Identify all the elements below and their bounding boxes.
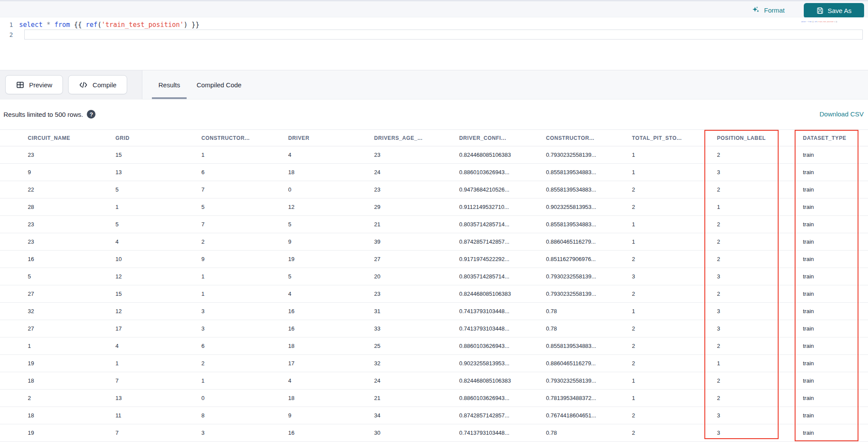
table-cell: 33 bbox=[374, 320, 459, 337]
table-cell: 7 bbox=[201, 181, 288, 198]
line-number-1: 1 bbox=[0, 21, 19, 28]
table-row: 18714240.8244680851063830.7930232558139.… bbox=[0, 372, 868, 390]
table-cell: 18 bbox=[288, 390, 374, 407]
table-cell: 27 bbox=[0, 285, 115, 303]
format-button[interactable]: Format bbox=[752, 4, 785, 16]
code-token bbox=[50, 21, 54, 29]
table-cell: train bbox=[803, 198, 868, 216]
table-cell: 0.8860103626943... bbox=[459, 337, 546, 355]
table-cell: 10 bbox=[115, 251, 201, 268]
table-cell: 2 bbox=[632, 424, 717, 442]
table-cell: train bbox=[803, 285, 868, 303]
table-cell: 19 bbox=[288, 251, 374, 268]
table-cell: 2 bbox=[632, 181, 717, 198]
compile-button-label: Compile bbox=[92, 81, 116, 89]
table-cell: 0.7813953488372... bbox=[546, 390, 632, 407]
table-cell: 23 bbox=[0, 146, 115, 164]
table-cell: 1 bbox=[632, 390, 717, 407]
table-cell: 2 bbox=[717, 372, 803, 390]
table-cell: train bbox=[803, 355, 868, 372]
table-cell: 17 bbox=[288, 355, 374, 372]
table-cell: 9 bbox=[201, 251, 288, 268]
table-row: 281512290.9112149532710...0.902325581395… bbox=[0, 198, 868, 216]
table-cell: train bbox=[803, 233, 868, 251]
table-cell: 1 bbox=[717, 355, 803, 372]
table-cell: 31 bbox=[374, 303, 459, 320]
table-cell: 23 bbox=[374, 146, 459, 164]
table-cell: 2 bbox=[717, 251, 803, 268]
table-cell: 0.7930232558139... bbox=[546, 372, 632, 390]
table-cell: train bbox=[803, 303, 868, 320]
table-cell: 4 bbox=[288, 372, 374, 390]
table-cell: 22 bbox=[0, 181, 115, 198]
table-cell: 5 bbox=[288, 268, 374, 285]
column-header: CIRCUIT_NAME bbox=[0, 130, 115, 146]
table-cell: 1 bbox=[115, 355, 201, 372]
help-icon[interactable]: ? bbox=[87, 110, 95, 119]
table-cell: 0.8511627906976... bbox=[546, 251, 632, 268]
table-cell: 7 bbox=[201, 216, 288, 233]
table-cell: 2 bbox=[717, 233, 803, 251]
table-cell: 16 bbox=[288, 424, 374, 442]
table-cell: 24 bbox=[374, 164, 459, 181]
code-token: select bbox=[19, 21, 43, 29]
code-token: {{ bbox=[812, 21, 815, 23]
table-cell: 28 bbox=[0, 198, 115, 216]
table-cell: 27 bbox=[0, 320, 115, 337]
table-cell: train bbox=[803, 424, 868, 442]
table-cell: 39 bbox=[374, 233, 459, 251]
table-cell: train bbox=[803, 268, 868, 285]
table-cell: 0.8035714285714... bbox=[459, 216, 546, 233]
table-cell: 4 bbox=[115, 337, 201, 355]
table-cell: 2 bbox=[717, 337, 803, 355]
tab-results[interactable]: Results bbox=[152, 70, 187, 99]
table-cell: 0.824468085106383 bbox=[459, 146, 546, 164]
results-tabs: Results Compiled Code bbox=[152, 70, 248, 99]
table-grid-icon bbox=[16, 81, 24, 89]
table-cell: 3 bbox=[717, 407, 803, 424]
table-cell: 2 bbox=[717, 285, 803, 303]
table-cell: 2 bbox=[632, 198, 717, 216]
sql-ide-window: Format Save As 1 select * from {{ ref('t… bbox=[0, 0, 868, 443]
table-cell: 6 bbox=[201, 164, 288, 181]
table-cell: 0.9112149532710... bbox=[459, 198, 546, 216]
table-cell: 3 bbox=[717, 424, 803, 442]
table-cell: 0.9473684210526... bbox=[459, 181, 546, 198]
tab-compiled-code-label: Compiled Code bbox=[197, 81, 241, 89]
results-panel-header: Preview Compile Results Compiled Code bbox=[0, 70, 868, 99]
table-cell: 5 bbox=[115, 216, 201, 233]
table-cell: 1 bbox=[632, 216, 717, 233]
column-header: DRIVER_CONFI... bbox=[459, 130, 546, 146]
table-row: 23429390.8742857142857...0.8860465116279… bbox=[0, 233, 868, 251]
table-cell: 0.7413793103448... bbox=[459, 303, 546, 320]
table-cell: 7 bbox=[115, 424, 201, 442]
table-cell: 0.8860465116279... bbox=[546, 233, 632, 251]
table-cell: 13 bbox=[115, 390, 201, 407]
preview-button[interactable]: Preview bbox=[5, 75, 63, 94]
table-cell: 0 bbox=[201, 390, 288, 407]
compile-button[interactable]: Compile bbox=[68, 75, 127, 94]
table-row: 2717316330.7413793103448...0.7823train bbox=[0, 320, 868, 337]
table-cell: 9 bbox=[0, 164, 115, 181]
table-cell: 0.9023255813953... bbox=[546, 198, 632, 216]
table-cell: 1 bbox=[717, 198, 803, 216]
table-cell: 27 bbox=[374, 251, 459, 268]
download-csv-link[interactable]: Download CSV bbox=[819, 110, 864, 118]
editor-minimap[interactable]: select * from {{ ref('train_test_positio… bbox=[801, 21, 853, 24]
sql-editor[interactable]: 1 select * from {{ ref('train_test_posit… bbox=[0, 17, 868, 70]
table-cell: 4 bbox=[115, 233, 201, 251]
table-cell: 16 bbox=[288, 303, 374, 320]
table-row: 1610919270.9171974522292...0.85116279069… bbox=[0, 251, 868, 268]
table-cell: 23 bbox=[374, 181, 459, 198]
table-cell: 5 bbox=[115, 181, 201, 198]
save-as-button[interactable]: Save As bbox=[804, 3, 864, 18]
results-meta-row: Results limited to 500 rows. ? Download … bbox=[0, 99, 868, 129]
table-cell: 0.7930232558139... bbox=[546, 268, 632, 285]
tab-compiled-code[interactable]: Compiled Code bbox=[190, 70, 248, 99]
table-cell: 8 bbox=[201, 407, 288, 424]
table-row: 197316300.7413793103448...0.7823train bbox=[0, 424, 868, 442]
table-cell: 21 bbox=[374, 216, 459, 233]
table-cell: 23 bbox=[0, 216, 115, 233]
table-cell: train bbox=[803, 216, 868, 233]
table-cell: 0.8558139534883... bbox=[546, 337, 632, 355]
